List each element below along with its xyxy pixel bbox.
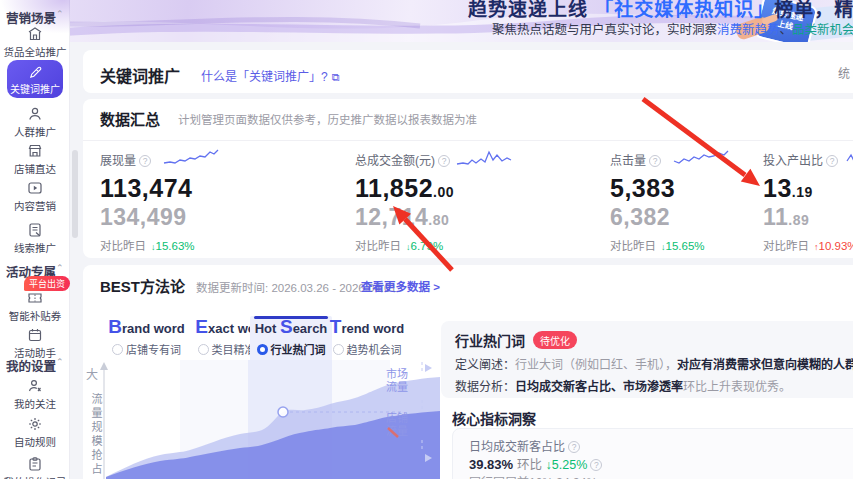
chart-marker <box>278 407 288 417</box>
data-summary-card: 数据汇总 计划管理页面数据仅供参考，历史推广数据以报表数据为准 展现量? 113… <box>83 99 853 258</box>
sidebar-item-label: 线索推广 <box>0 240 70 255</box>
help-icon[interactable]: ? <box>568 441 580 453</box>
metric-impressions: 展现量? 113,474 134,499 对比昨日↓15.63% <box>100 151 350 253</box>
tab-cn-label: 店铺专有词 <box>126 344 181 356</box>
sidebar-item-dianpu[interactable]: 店铺直达 <box>0 143 70 176</box>
chevron-up-icon[interactable]: ⌃ <box>56 263 64 273</box>
banner-subline-trend: 消费新趋势 <box>717 23 780 37</box>
banner-headline-prefix: 趋势速递上线 <box>468 0 594 20</box>
sidebar-item-label: 店铺直达 <box>0 161 70 176</box>
help-icon[interactable]: ? <box>826 155 838 167</box>
promo-banner[interactable]: 趋势速递 上线 ✦ 趋势速递上线 「社交媒体热知识」榜单，精准捕捉 聚焦热点话题… <box>0 0 853 42</box>
sidebar-nav: 营销场景 ⌃ 货品全站推广 关键词推广 人群推广 店铺直达 内容营销 线索推广 <box>0 0 70 479</box>
metric-value-today: 11,852.00 <box>355 174 605 203</box>
metric-value-today: 13.19 <box>763 174 853 203</box>
metric-value-yesterday: 11.89 <box>763 204 853 231</box>
banner-subline-category: 品类新机会 <box>792 23 853 37</box>
sidebar-section-settings[interactable]: 我的设置 ⌃ <box>6 356 68 375</box>
label-market-traffic: 市场流量 <box>386 368 412 394</box>
sidebar-item-label: 我的关注 <box>0 396 70 411</box>
radio-unselected[interactable] <box>198 344 209 355</box>
best-title: BEST方法论 <box>100 275 185 296</box>
metric-label: 展现量 <box>100 151 136 168</box>
document-icon <box>27 222 43 238</box>
chevron-up-icon[interactable]: ⌃ <box>56 9 64 19</box>
best-methodology-card: BEST方法论 数据更新时间: 2026.03.26 - 2026.04.01 … <box>83 265 853 479</box>
core-peer-benchmark: 同行同层前10% 34.34% <box>469 473 597 479</box>
scrollbar-thumb[interactable] <box>72 150 78 238</box>
to-optimize-badge: 待优化 <box>533 331 577 349</box>
tab-brand-word[interactable]: Brand word 店铺专有词 <box>103 316 190 362</box>
core-metric-card: 日均成交新客占比? 39.83%环比 ↓5.25%? 同行同层前10% 34.3… <box>452 428 853 479</box>
metric-value-yesterday: 12,714.80 <box>355 204 605 231</box>
definition-line: 定义阐述：行业大词（例如口红、手机），对应有消费需求但意向模糊的人群，拉新效果显… <box>455 355 853 372</box>
radio-unselected[interactable] <box>112 344 123 355</box>
banner-headline-highlight: 「社交媒体热知识」 <box>594 0 774 20</box>
sidebar-item-label: 货品全站推广 <box>0 44 70 59</box>
person-star-icon <box>27 378 43 394</box>
sparkline <box>162 147 220 169</box>
data-analysis-line: 数据分析：日均成交新客占比、市场渗透率环比上升表现优秀。 <box>455 377 791 394</box>
core-metrics-title: 核心指标洞察 <box>452 408 536 428</box>
banner-subline: 聚焦热点话题与用户真实讨论，实时洞察消费新趋势、品类新机会 <box>492 19 853 38</box>
section-label: 我的设置 <box>6 360 56 374</box>
sidebar-item-butie[interactable]: 智能补贴券 <box>0 290 70 323</box>
tab-hot-search-active[interactable]: Hot Search 行业热门词 <box>250 316 332 362</box>
gear-icon <box>27 416 43 432</box>
chevron-up-icon[interactable]: ⌃ <box>56 357 64 367</box>
store-icon <box>27 26 43 42</box>
storefront-icon <box>27 143 43 159</box>
view-more-data-link[interactable]: 查看更多数据 > <box>361 278 440 294</box>
calendar-icon <box>27 327 43 343</box>
video-play-icon <box>27 180 43 196</box>
clipboard-icon <box>27 456 43 472</box>
sparkline <box>672 147 730 169</box>
metric-label: 总成交金额(元) <box>355 151 435 168</box>
pencil-icon <box>28 65 43 80</box>
traffic-area-chart: 市场流量 店铺流量 <box>84 360 446 479</box>
sidebar-item-neirong[interactable]: 内容营销 <box>0 180 70 213</box>
coupon-icon <box>27 290 43 306</box>
help-icon[interactable]: ? <box>590 459 602 471</box>
label-shop-traffic: 店铺流量 <box>386 412 412 438</box>
sidebar-item-renqun[interactable]: 人群推广 <box>0 106 70 139</box>
hot-word-insight-card: 行业热门词 待优化 定义阐述：行业大词（例如口红、手机），对应有消费需求但意向模… <box>441 321 853 398</box>
sidebar-item-label: 智能补贴券 <box>0 308 70 323</box>
external-link-icon: ⧉ <box>332 71 340 84</box>
insight-title: 行业热门词 <box>455 330 525 350</box>
banner-subline-prefix: 聚焦热点话题与用户真实讨论，实时洞察 <box>492 23 717 37</box>
sidebar-item-label: 自动规则 <box>0 434 70 449</box>
metric-roi: 投入产出比? 13.19 11.89 对比昨日↑10.93% <box>763 151 853 253</box>
sidebar-item-caozuo[interactable]: 我的操作记录 <box>0 456 70 479</box>
divider <box>83 140 853 141</box>
help-icon[interactable]: ? <box>438 155 450 167</box>
sidebar-item-guanzhu[interactable]: 我的关注 <box>0 378 70 411</box>
sparkline <box>455 147 513 169</box>
sidebar-item-keyword-active[interactable]: 关键词推广 <box>7 60 63 98</box>
metric-gmv: 总成交金额(元)? 11,852.00 12,714.80 对比昨日↓6.79% <box>355 151 605 253</box>
sidebar-item-label: 内容营销 <box>0 198 70 213</box>
tab-cn-label: 行业热门词 <box>271 344 326 356</box>
sidebar-item-xiansuo[interactable]: 线索推广 <box>0 222 70 255</box>
keyword-promotion-page: 趋势速递 上线 ✦ 趋势速递上线 「社交媒体热知识」榜单，精准捕捉 聚焦热点话题… <box>0 0 853 479</box>
sidebar-item-label: 关键词推广 <box>7 81 63 96</box>
sidebar-section-marketing[interactable]: 营销场景 ⌃ <box>6 8 68 27</box>
what-is-keyword-promo-link[interactable]: 什么是「关键词推广」?⧉ <box>201 67 340 84</box>
summary-subtitle: 计划管理页面数据仅供参考，历史推广数据以报表数据为准 <box>178 111 477 127</box>
metric-value-today: 113,474 <box>100 174 350 203</box>
help-icon[interactable]: ? <box>649 155 661 167</box>
sidebar-item-guize[interactable]: 自动规则 <box>0 416 70 449</box>
tab-trend-word[interactable]: Trend word 趋势机会词 <box>326 316 408 362</box>
summary-title: 数据汇总 <box>100 108 160 129</box>
page-title: 关键词推广 <box>100 63 180 87</box>
stats-time-text-clipped[interactable]: 统 <box>838 64 850 81</box>
metric-value-yesterday: 134,499 <box>100 204 350 231</box>
radio-selected[interactable] <box>257 344 268 355</box>
metric-compare: 对比昨日↑10.93% <box>763 237 853 253</box>
page-header-card: 关键词推广 什么是「关键词推广」?⧉ 统 <box>83 50 853 93</box>
sidebar-item-quanzhan[interactable]: 货品全站推广 <box>0 26 70 59</box>
radio-unselected[interactable] <box>333 344 344 355</box>
sparkline <box>845 147 853 169</box>
section-label: 营销场景 <box>6 12 56 26</box>
help-icon[interactable]: ? <box>139 155 151 167</box>
